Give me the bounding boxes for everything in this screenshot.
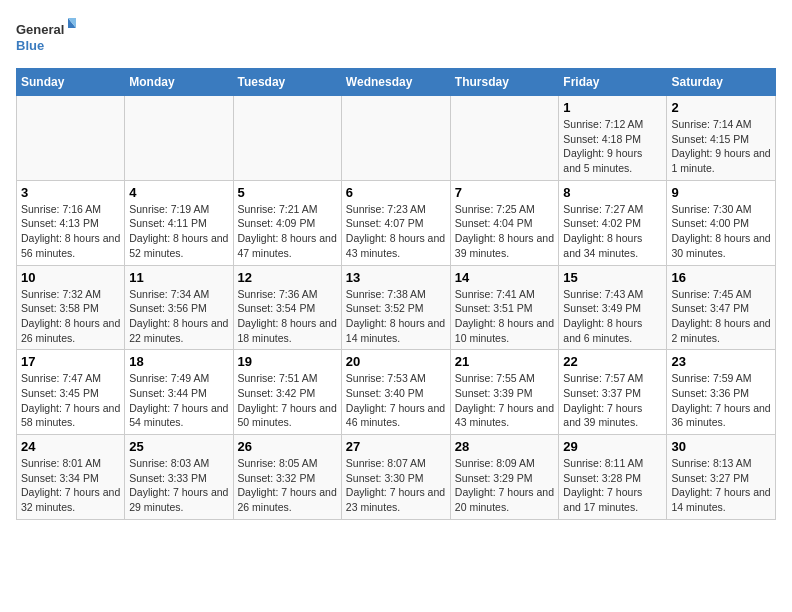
week-row-2: 3Sunrise: 7:16 AMSunset: 4:13 PMDaylight…: [17, 180, 776, 265]
day-number: 8: [563, 185, 662, 200]
day-detail: Sunrise: 8:13 AMSunset: 3:27 PMDaylight:…: [671, 456, 771, 515]
day-number: 7: [455, 185, 555, 200]
day-detail: Sunrise: 8:11 AMSunset: 3:28 PMDaylight:…: [563, 456, 662, 515]
day-number: 29: [563, 439, 662, 454]
weekday-header-friday: Friday: [559, 69, 667, 96]
day-detail: Sunrise: 8:03 AMSunset: 3:33 PMDaylight:…: [129, 456, 228, 515]
day-number: 3: [21, 185, 120, 200]
week-row-3: 10Sunrise: 7:32 AMSunset: 3:58 PMDayligh…: [17, 265, 776, 350]
weekday-header-wednesday: Wednesday: [341, 69, 450, 96]
day-number: 27: [346, 439, 446, 454]
day-cell: 9Sunrise: 7:30 AMSunset: 4:00 PMDaylight…: [667, 180, 776, 265]
day-number: 9: [671, 185, 771, 200]
day-cell: 13Sunrise: 7:38 AMSunset: 3:52 PMDayligh…: [341, 265, 450, 350]
day-detail: Sunrise: 7:30 AMSunset: 4:00 PMDaylight:…: [671, 202, 771, 261]
weekday-header-thursday: Thursday: [450, 69, 559, 96]
day-detail: Sunrise: 7:49 AMSunset: 3:44 PMDaylight:…: [129, 371, 228, 430]
day-cell: 22Sunrise: 7:57 AMSunset: 3:37 PMDayligh…: [559, 350, 667, 435]
day-cell: 7Sunrise: 7:25 AMSunset: 4:04 PMDaylight…: [450, 180, 559, 265]
day-detail: Sunrise: 7:47 AMSunset: 3:45 PMDaylight:…: [21, 371, 120, 430]
day-detail: Sunrise: 8:07 AMSunset: 3:30 PMDaylight:…: [346, 456, 446, 515]
day-detail: Sunrise: 7:45 AMSunset: 3:47 PMDaylight:…: [671, 287, 771, 346]
day-detail: Sunrise: 7:59 AMSunset: 3:36 PMDaylight:…: [671, 371, 771, 430]
day-detail: Sunrise: 7:14 AMSunset: 4:15 PMDaylight:…: [671, 117, 771, 176]
day-cell: [125, 96, 233, 181]
day-number: 12: [238, 270, 337, 285]
day-cell: 19Sunrise: 7:51 AMSunset: 3:42 PMDayligh…: [233, 350, 341, 435]
day-cell: 30Sunrise: 8:13 AMSunset: 3:27 PMDayligh…: [667, 435, 776, 520]
logo: General Blue: [16, 16, 76, 58]
day-detail: Sunrise: 7:55 AMSunset: 3:39 PMDaylight:…: [455, 371, 555, 430]
weekday-header-monday: Monday: [125, 69, 233, 96]
day-number: 18: [129, 354, 228, 369]
day-cell: 5Sunrise: 7:21 AMSunset: 4:09 PMDaylight…: [233, 180, 341, 265]
svg-text:General: General: [16, 22, 64, 37]
day-number: 2: [671, 100, 771, 115]
weekday-header-sunday: Sunday: [17, 69, 125, 96]
day-cell: 15Sunrise: 7:43 AMSunset: 3:49 PMDayligh…: [559, 265, 667, 350]
day-cell: 25Sunrise: 8:03 AMSunset: 3:33 PMDayligh…: [125, 435, 233, 520]
day-number: 20: [346, 354, 446, 369]
day-number: 28: [455, 439, 555, 454]
day-number: 26: [238, 439, 337, 454]
week-row-4: 17Sunrise: 7:47 AMSunset: 3:45 PMDayligh…: [17, 350, 776, 435]
day-detail: Sunrise: 8:09 AMSunset: 3:29 PMDaylight:…: [455, 456, 555, 515]
day-number: 13: [346, 270, 446, 285]
day-cell: [341, 96, 450, 181]
day-cell: 23Sunrise: 7:59 AMSunset: 3:36 PMDayligh…: [667, 350, 776, 435]
day-cell: [450, 96, 559, 181]
day-number: 25: [129, 439, 228, 454]
day-number: 23: [671, 354, 771, 369]
day-cell: 20Sunrise: 7:53 AMSunset: 3:40 PMDayligh…: [341, 350, 450, 435]
day-cell: 29Sunrise: 8:11 AMSunset: 3:28 PMDayligh…: [559, 435, 667, 520]
day-cell: 3Sunrise: 7:16 AMSunset: 4:13 PMDaylight…: [17, 180, 125, 265]
day-detail: Sunrise: 7:36 AMSunset: 3:54 PMDaylight:…: [238, 287, 337, 346]
day-detail: Sunrise: 7:38 AMSunset: 3:52 PMDaylight:…: [346, 287, 446, 346]
day-number: 21: [455, 354, 555, 369]
day-cell: 2Sunrise: 7:14 AMSunset: 4:15 PMDaylight…: [667, 96, 776, 181]
day-cell: 24Sunrise: 8:01 AMSunset: 3:34 PMDayligh…: [17, 435, 125, 520]
day-detail: Sunrise: 7:34 AMSunset: 3:56 PMDaylight:…: [129, 287, 228, 346]
day-detail: Sunrise: 7:41 AMSunset: 3:51 PMDaylight:…: [455, 287, 555, 346]
day-detail: Sunrise: 7:51 AMSunset: 3:42 PMDaylight:…: [238, 371, 337, 430]
day-cell: 17Sunrise: 7:47 AMSunset: 3:45 PMDayligh…: [17, 350, 125, 435]
day-cell: 27Sunrise: 8:07 AMSunset: 3:30 PMDayligh…: [341, 435, 450, 520]
day-cell: 16Sunrise: 7:45 AMSunset: 3:47 PMDayligh…: [667, 265, 776, 350]
day-number: 6: [346, 185, 446, 200]
day-detail: Sunrise: 7:43 AMSunset: 3:49 PMDaylight:…: [563, 287, 662, 346]
day-cell: 11Sunrise: 7:34 AMSunset: 3:56 PMDayligh…: [125, 265, 233, 350]
logo-icon: General Blue: [16, 16, 76, 58]
day-cell: 21Sunrise: 7:55 AMSunset: 3:39 PMDayligh…: [450, 350, 559, 435]
day-cell: [17, 96, 125, 181]
day-cell: 28Sunrise: 8:09 AMSunset: 3:29 PMDayligh…: [450, 435, 559, 520]
header: General Blue: [16, 16, 776, 58]
week-row-1: 1Sunrise: 7:12 AMSunset: 4:18 PMDaylight…: [17, 96, 776, 181]
day-detail: Sunrise: 8:01 AMSunset: 3:34 PMDaylight:…: [21, 456, 120, 515]
day-cell: 1Sunrise: 7:12 AMSunset: 4:18 PMDaylight…: [559, 96, 667, 181]
day-number: 22: [563, 354, 662, 369]
day-cell: [233, 96, 341, 181]
day-number: 19: [238, 354, 337, 369]
day-cell: 14Sunrise: 7:41 AMSunset: 3:51 PMDayligh…: [450, 265, 559, 350]
weekday-header-tuesday: Tuesday: [233, 69, 341, 96]
calendar-table: SundayMondayTuesdayWednesdayThursdayFrid…: [16, 68, 776, 520]
day-detail: Sunrise: 7:32 AMSunset: 3:58 PMDaylight:…: [21, 287, 120, 346]
day-number: 5: [238, 185, 337, 200]
day-number: 14: [455, 270, 555, 285]
day-detail: Sunrise: 7:12 AMSunset: 4:18 PMDaylight:…: [563, 117, 662, 176]
day-number: 30: [671, 439, 771, 454]
day-detail: Sunrise: 8:05 AMSunset: 3:32 PMDaylight:…: [238, 456, 337, 515]
day-cell: 18Sunrise: 7:49 AMSunset: 3:44 PMDayligh…: [125, 350, 233, 435]
week-row-5: 24Sunrise: 8:01 AMSunset: 3:34 PMDayligh…: [17, 435, 776, 520]
day-detail: Sunrise: 7:16 AMSunset: 4:13 PMDaylight:…: [21, 202, 120, 261]
day-number: 10: [21, 270, 120, 285]
day-cell: 26Sunrise: 8:05 AMSunset: 3:32 PMDayligh…: [233, 435, 341, 520]
weekday-header-row: SundayMondayTuesdayWednesdayThursdayFrid…: [17, 69, 776, 96]
day-number: 4: [129, 185, 228, 200]
day-cell: 8Sunrise: 7:27 AMSunset: 4:02 PMDaylight…: [559, 180, 667, 265]
day-number: 24: [21, 439, 120, 454]
day-cell: 4Sunrise: 7:19 AMSunset: 4:11 PMDaylight…: [125, 180, 233, 265]
day-detail: Sunrise: 7:27 AMSunset: 4:02 PMDaylight:…: [563, 202, 662, 261]
day-detail: Sunrise: 7:25 AMSunset: 4:04 PMDaylight:…: [455, 202, 555, 261]
day-number: 1: [563, 100, 662, 115]
